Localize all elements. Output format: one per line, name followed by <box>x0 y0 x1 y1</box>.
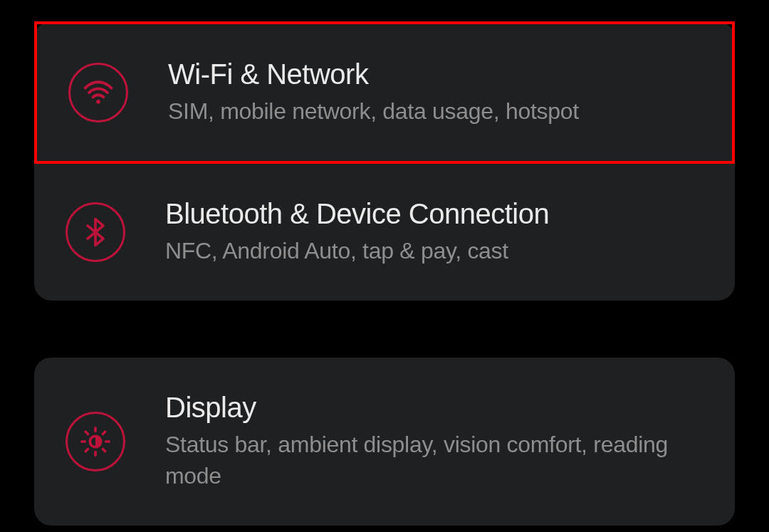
settings-item-subtitle: Status bar, ambient display, vision comf… <box>165 429 703 491</box>
settings-item-title: Display <box>165 392 703 424</box>
settings-item-bluetooth[interactable]: Bluetooth & Device Connection NFC, Andro… <box>34 164 735 301</box>
wifi-icon <box>68 63 128 122</box>
settings-item-wifi-network[interactable]: Wi-Fi & Network SIM, mobile network, dat… <box>34 21 735 164</box>
svg-point-0 <box>96 100 100 104</box>
settings-item-subtitle: SIM, mobile network, data usage, hotspot <box>168 96 701 127</box>
bluetooth-icon <box>66 202 125 262</box>
settings-item-text: Wi-Fi & Network SIM, mobile network, dat… <box>168 58 701 127</box>
settings-item-display[interactable]: Display Status bar, ambient display, vis… <box>34 358 735 525</box>
settings-item-text: Display Status bar, ambient display, vis… <box>165 392 703 491</box>
settings-group-display: Display Status bar, ambient display, vis… <box>34 358 735 525</box>
svg-line-8 <box>85 449 88 452</box>
display-icon <box>66 412 125 471</box>
svg-line-7 <box>103 449 105 452</box>
settings-item-title: Bluetooth & Device Connection <box>165 198 703 230</box>
settings-group-connectivity: Wi-Fi & Network SIM, mobile network, dat… <box>34 21 735 301</box>
settings-item-text: Bluetooth & Device Connection NFC, Andro… <box>165 198 703 266</box>
settings-item-title: Wi-Fi & Network <box>168 58 701 90</box>
svg-line-6 <box>85 432 88 434</box>
settings-item-subtitle: NFC, Android Auto, tap & pay, cast <box>165 236 703 266</box>
svg-line-9 <box>103 432 105 434</box>
